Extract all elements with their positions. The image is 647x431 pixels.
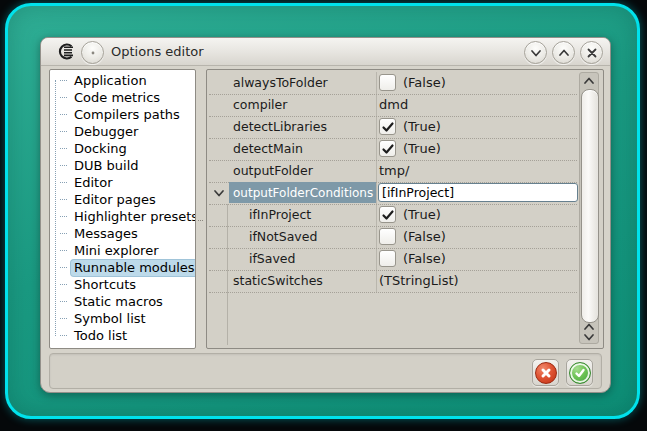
property-value: (False)	[379, 226, 446, 247]
sidebar-item-highlighter-presets[interactable]: Highlighter presets	[60, 208, 196, 225]
sidebar-item-code-metrics[interactable]: Code metrics	[60, 89, 163, 106]
title-bar: Options editor	[41, 38, 610, 66]
checkbox-unchecked[interactable]	[379, 228, 396, 245]
scroll-down-icon[interactable]	[583, 332, 595, 342]
accept-icon	[569, 362, 591, 384]
checkbox-state-label: (False)	[403, 229, 446, 244]
sidebar-item-docking[interactable]: Docking	[60, 140, 130, 157]
property-value: (True)	[379, 138, 441, 159]
sidebar-item-label: Editor	[71, 175, 115, 191]
expander-chevron-down-icon[interactable]	[212, 186, 226, 200]
property-value: (False)	[379, 72, 446, 93]
outputFolderConditions-input[interactable]	[378, 183, 578, 202]
accept-button[interactable]	[566, 359, 593, 386]
minimize-button[interactable]	[524, 41, 547, 64]
sidebar-item-label: Docking	[71, 141, 130, 157]
sidebar-item-label: Runnable modules	[71, 260, 196, 276]
maximize-button[interactable]	[552, 41, 575, 64]
scroll-up-icon[interactable]	[583, 76, 595, 86]
splitter-handle[interactable]	[196, 69, 205, 347]
sidebar-item-compilers-paths[interactable]: Compilers paths	[60, 106, 183, 123]
cancel-button[interactable]	[532, 359, 559, 386]
sidebar-item-static-macros[interactable]: Static macros	[60, 293, 166, 310]
property-value: dmd	[379, 94, 408, 115]
property-value: (True)	[379, 204, 441, 225]
sidebar-item-editor[interactable]: Editor	[60, 174, 115, 191]
sidebar-item-runnable-modules[interactable]: Runnable modules	[60, 259, 196, 276]
property-name[interactable]: ifSaved	[229, 248, 376, 269]
property-grid: alwaysToFolder(False)compilerdmddetectLi…	[206, 69, 604, 349]
sidebar-item-dub-build[interactable]: DUB build	[60, 157, 142, 174]
window-title: Options editor	[111, 44, 204, 59]
checkbox-state-label: (False)	[403, 75, 446, 90]
sidebar-item-label: Compilers paths	[71, 107, 183, 123]
checkbox-checked[interactable]	[379, 118, 396, 135]
property-name[interactable]: ifInProject	[229, 204, 376, 225]
property-row-outputFolderConditions[interactable]: outputFolderConditions	[209, 182, 577, 205]
window-menu-button[interactable]	[81, 41, 104, 64]
property-row-ifInProject[interactable]: ifInProject(True)	[209, 204, 577, 227]
property-name[interactable]: detectMain	[229, 138, 376, 159]
property-name[interactable]: staticSwitches	[229, 270, 376, 291]
sidebar-item-label: Code metrics	[71, 90, 163, 106]
sidebar-item-label: Mini explorer	[71, 243, 162, 259]
scroll-up-icon[interactable]	[583, 322, 595, 332]
property-row-ifNotSaved[interactable]: ifNotSaved(False)	[209, 226, 577, 249]
sidebar-item-debugger[interactable]: Debugger	[60, 123, 141, 140]
sidebar-item-label: Shortcuts	[71, 277, 139, 293]
category-list: ApplicationCode metricsCompilers pathsDe…	[49, 69, 196, 349]
checkbox-unchecked[interactable]	[379, 250, 396, 267]
tree-guide-line	[55, 80, 56, 336]
sidebar-item-mini-explorer[interactable]: Mini explorer	[60, 242, 162, 259]
checkbox-checked[interactable]	[379, 140, 396, 157]
checkbox-checked[interactable]	[379, 206, 396, 223]
checkbox-state-label: (True)	[403, 119, 441, 134]
scrollbar-thumb[interactable]	[581, 89, 599, 323]
sidebar-item-editor-pages[interactable]: Editor pages	[60, 191, 159, 208]
property-row-ifSaved[interactable]: ifSaved(False)	[209, 248, 577, 271]
sidebar-item-messages[interactable]: Messages	[60, 225, 141, 242]
property-name[interactable]: outputFolder	[229, 160, 376, 181]
sidebar-item-label: Symbol list	[71, 311, 149, 327]
property-value: (TStringList)	[379, 270, 459, 291]
property-name[interactable]: alwaysToFolder	[229, 72, 376, 93]
options-editor-window: Options editor ApplicationCode metricsCo…	[40, 37, 611, 393]
sidebar-item-label: Debugger	[71, 124, 141, 140]
dialog-button-bar	[49, 353, 602, 389]
checkbox-state-label: (False)	[403, 251, 446, 266]
checkbox-state-label: (True)	[403, 141, 441, 156]
sidebar-item-label: Editor pages	[71, 192, 159, 208]
property-row-detectMain[interactable]: detectMain(True)	[209, 138, 577, 161]
sidebar-item-label: Messages	[71, 226, 141, 242]
sidebar-item-label: Todo list	[71, 328, 130, 344]
screenshot-stage: Options editor ApplicationCode metricsCo…	[0, 0, 647, 431]
sidebar-item-label: DUB build	[71, 158, 142, 174]
splitter-grip	[198, 220, 203, 224]
vertical-scrollbar[interactable]	[579, 72, 599, 344]
property-value: (False)	[379, 248, 446, 269]
sidebar-item-shortcuts[interactable]: Shortcuts	[60, 276, 139, 293]
sidebar-item-label: Application	[71, 73, 150, 89]
property-row-detectLibraries[interactable]: detectLibraries(True)	[209, 116, 577, 139]
checkbox-state-label: (True)	[403, 207, 441, 222]
property-value: tmp/	[379, 160, 409, 181]
checkbox-unchecked[interactable]	[379, 74, 396, 91]
cancel-icon	[535, 362, 557, 384]
property-value: (True)	[379, 116, 441, 137]
sidebar-item-label: Highlighter presets	[71, 209, 196, 225]
sidebar-item-label: Static macros	[71, 294, 166, 310]
sidebar-item-application[interactable]: Application	[60, 72, 150, 89]
property-row-staticSwitches[interactable]: staticSwitches(TStringList)	[209, 270, 577, 293]
property-row-compiler[interactable]: compilerdmd	[209, 94, 577, 117]
property-name[interactable]: compiler	[229, 94, 376, 115]
sidebar-item-symbol-list[interactable]: Symbol list	[60, 310, 149, 327]
property-row-outputFolder[interactable]: outputFoldertmp/	[209, 160, 577, 183]
property-name[interactable]: outputFolderConditions	[229, 182, 376, 203]
close-button[interactable]	[580, 41, 603, 64]
property-row-alwaysToFolder[interactable]: alwaysToFolder(False)	[209, 72, 577, 95]
coedit-logo-icon	[57, 42, 76, 61]
sidebar-item-todo-list[interactable]: Todo list	[60, 327, 130, 344]
property-name[interactable]: detectLibraries	[229, 116, 376, 137]
property-name[interactable]: ifNotSaved	[229, 226, 376, 247]
